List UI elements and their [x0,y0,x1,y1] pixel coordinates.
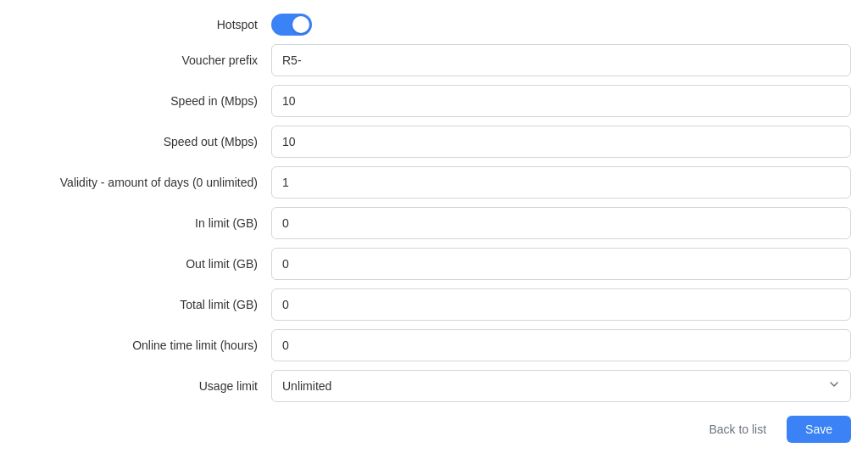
online-time-limit-row: Online time limit (hours) [17,329,851,361]
save-button[interactable]: Save [787,416,851,443]
speed-out-row: Speed out (Mbps) [17,126,851,158]
validity-input[interactable] [271,166,851,199]
usage-limit-select-wrapper: Unlimited Limited [271,370,851,402]
speed-in-input[interactable] [271,85,851,117]
in-limit-row: In limit (GB) [17,207,851,239]
out-limit-label: Out limit (GB) [17,257,271,271]
total-limit-input[interactable] [271,288,851,321]
total-limit-row: Total limit (GB) [17,288,851,321]
speed-out-label: Speed out (Mbps) [17,135,271,148]
total-limit-label: Total limit (GB) [17,298,271,311]
hotspot-row: Hotspot [17,14,851,36]
online-time-limit-label: Online time limit (hours) [17,339,271,352]
usage-limit-row: Usage limit Unlimited Limited [17,370,851,402]
usage-limit-select[interactable]: Unlimited Limited [271,370,851,402]
online-time-limit-input[interactable] [271,329,851,361]
out-limit-input[interactable] [271,248,851,280]
validity-row: Validity - amount of days (0 unlimited) [17,166,851,199]
validity-label: Validity - amount of days (0 unlimited) [17,176,271,189]
out-limit-row: Out limit (GB) [17,248,851,280]
voucher-prefix-label: Voucher prefix [17,53,271,67]
voucher-prefix-input[interactable] [271,44,851,76]
hotspot-label: Hotspot [17,18,271,31]
usage-limit-label: Usage limit [17,379,271,393]
voucher-prefix-row: Voucher prefix [17,44,851,76]
in-limit-input[interactable] [271,207,851,239]
speed-in-label: Speed in (Mbps) [17,94,271,108]
speed-out-input[interactable] [271,126,851,158]
toggle-thumb [292,16,309,33]
speed-in-row: Speed in (Mbps) [17,85,851,117]
footer: Back to list Save [17,416,851,443]
hotspot-toggle[interactable] [271,14,312,36]
in-limit-label: In limit (GB) [17,216,271,230]
back-to-list-button[interactable]: Back to list [698,416,776,443]
form-container: Hotspot Voucher prefix Speed in (Mbps) S… [17,14,851,443]
